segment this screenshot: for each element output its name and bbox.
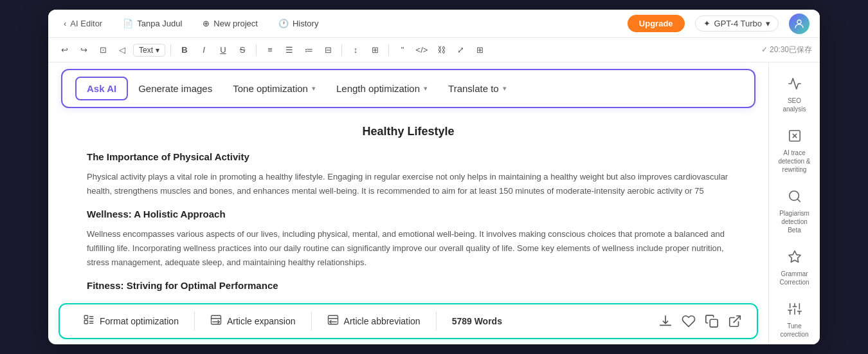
- format-icon: [83, 314, 95, 328]
- sidebar-item-ai-trace[interactable]: AI trace detection & rewriting: [772, 122, 817, 180]
- format-optimization-button[interactable]: Format optimization: [70, 309, 192, 333]
- right-sidebar: SEO analysis AI trace detection & rewrit…: [768, 62, 820, 344]
- underline-button[interactable]: U: [215, 42, 231, 59]
- history-icon: 🕐: [278, 19, 289, 28]
- document-title: Healthy Lifestyle: [87, 115, 730, 151]
- plagiarism-label: Plagiarism detection Beta: [777, 209, 812, 234]
- tune-label: Tune correction: [777, 322, 812, 339]
- upgrade-button[interactable]: Upgrade: [628, 15, 685, 32]
- section1-heading: The Importance of Physical Activity: [87, 151, 730, 162]
- code-button[interactable]: </>: [413, 42, 430, 59]
- nav-ai-editor[interactable]: ‹ AI Editor: [59, 16, 107, 31]
- word-count: 5789 Words: [439, 316, 515, 326]
- article-abbreviation-button[interactable]: Article abbreviation: [314, 309, 433, 333]
- line-spacing-button[interactable]: ↕: [347, 42, 364, 59]
- align-left-button[interactable]: ≡: [262, 42, 278, 59]
- svg-rect-1: [84, 315, 87, 319]
- gpt-model-selector[interactable]: ✦ GPT-4 Turbo ▾: [695, 15, 779, 32]
- svg-rect-10: [328, 315, 338, 324]
- chevron-down-icon: ▾: [766, 19, 770, 28]
- plus-icon: ⊕: [203, 19, 210, 28]
- section2-heading: Wellness: A Holistic Approach: [87, 209, 730, 219]
- translate-chevron-icon: ▾: [503, 84, 507, 93]
- erase-button[interactable]: ◁: [114, 42, 131, 59]
- generate-images-button[interactable]: Generate images: [128, 78, 222, 99]
- main-area: Ask AI Generate images Tone optimization…: [48, 62, 820, 344]
- star-icon: ✦: [703, 19, 710, 28]
- format-button[interactable]: ⊡: [95, 42, 111, 59]
- ai-trace-label: AI trace detection & rewriting: [777, 149, 812, 174]
- separator-2: [311, 312, 312, 331]
- bottom-toolbar: Format optimization Article expansion: [59, 303, 758, 339]
- strikethrough-button[interactable]: S: [234, 42, 251, 59]
- indent-button[interactable]: ⊟: [320, 42, 336, 59]
- grammar-label: Grammar Correction: [777, 270, 812, 286]
- sidebar-item-seo[interactable]: SEO analysis: [772, 70, 817, 120]
- length-chevron-icon: ▾: [424, 84, 428, 93]
- length-optimization-button[interactable]: Length optimization ▾: [326, 78, 438, 99]
- nav-new-project[interactable]: ⊕ New project: [197, 16, 263, 31]
- section2-text: Wellness encompasses various aspects of …: [87, 227, 730, 270]
- section3-heading: Fitness: Striving for Optimal Performanc…: [87, 280, 730, 291]
- section1-text: Physical activity plays a vital role in …: [87, 170, 730, 198]
- seo-icon: [788, 77, 802, 94]
- avatar[interactable]: [789, 14, 809, 34]
- svg-rect-7: [211, 315, 221, 324]
- sidebar-item-plagiarism[interactable]: Plagiarism detection Beta: [772, 183, 817, 241]
- svg-point-0: [797, 20, 801, 24]
- separator-3: [436, 312, 437, 331]
- back-icon: ‹: [64, 19, 66, 28]
- svg-rect-2: [84, 321, 87, 324]
- formatting-toolbar: ↩ ↪ ⊡ ◁ Text ▾ B I U S ≡ ☰ ≔ ⊟ ↕ ⊞ " </>…: [48, 38, 820, 62]
- link-button[interactable]: ⛓: [433, 42, 449, 59]
- svg-rect-13: [710, 319, 718, 327]
- download-button[interactable]: [654, 310, 677, 333]
- content-scroll[interactable]: Healthy Lifestyle The Importance of Phys…: [48, 115, 768, 298]
- tone-chevron-icon: ▾: [312, 84, 316, 93]
- copy-icon: [705, 314, 719, 328]
- grammar-icon: [788, 250, 802, 267]
- list-ordered-button[interactable]: ≔: [300, 42, 317, 59]
- sidebar-item-tune[interactable]: Tune correction: [772, 295, 817, 344]
- expand-button[interactable]: ⤢: [452, 42, 469, 59]
- redo-button[interactable]: ↪: [75, 42, 92, 59]
- sidebar-item-grammar[interactable]: Grammar Correction: [772, 243, 817, 293]
- italic-button[interactable]: I: [195, 42, 212, 59]
- nav-document[interactable]: 📄 Tanpa Judul: [118, 16, 187, 31]
- article-expansion-button[interactable]: Article expansion: [197, 309, 309, 333]
- translate-to-button[interactable]: Translate to ▾: [438, 78, 517, 99]
- heart-icon: [682, 314, 696, 328]
- top-nav: ‹ AI Editor 📄 Tanpa Judul ⊕ New project …: [48, 10, 820, 38]
- separator-1: [194, 312, 195, 331]
- app-wrapper: ‹ AI Editor 📄 Tanpa Judul ⊕ New project …: [48, 10, 820, 344]
- external-link-button[interactable]: [723, 310, 746, 333]
- tone-optimization-button[interactable]: Tone optimization ▾: [222, 78, 326, 99]
- tune-icon: [788, 302, 802, 319]
- ai-trace-icon: [788, 129, 802, 146]
- download-icon: [658, 314, 673, 328]
- avatar-icon: [793, 18, 805, 30]
- abbreviation-icon: [327, 314, 339, 328]
- ai-toolbar: Ask AI Generate images Tone optimization…: [61, 69, 755, 108]
- bold-button[interactable]: B: [176, 42, 193, 59]
- external-link-icon: [728, 314, 742, 328]
- table-button[interactable]: ⊞: [471, 42, 488, 59]
- align-button[interactable]: ⊞: [366, 42, 383, 59]
- text-style-dropdown[interactable]: Text ▾: [133, 44, 165, 57]
- favorite-button[interactable]: [677, 310, 700, 333]
- plagiarism-icon: [788, 189, 802, 207]
- expand-content-icon: [210, 314, 222, 328]
- ask-ai-button[interactable]: Ask AI: [75, 77, 128, 100]
- svg-line-14: [734, 316, 740, 322]
- undo-button[interactable]: ↩: [56, 42, 73, 59]
- dropdown-chevron: ▾: [156, 46, 159, 55]
- editor-area: Ask AI Generate images Tone optimization…: [48, 62, 768, 344]
- nav-history[interactable]: 🕐 History: [273, 16, 323, 31]
- seo-label: SEO analysis: [777, 97, 812, 113]
- list-unordered-button[interactable]: ☰: [281, 42, 298, 59]
- svg-line-19: [797, 199, 800, 201]
- quote-button[interactable]: ": [394, 42, 411, 59]
- doc-icon: 📄: [123, 19, 133, 28]
- save-status: ✓ 20:30已保存: [761, 44, 812, 55]
- copy-button[interactable]: [700, 310, 723, 333]
